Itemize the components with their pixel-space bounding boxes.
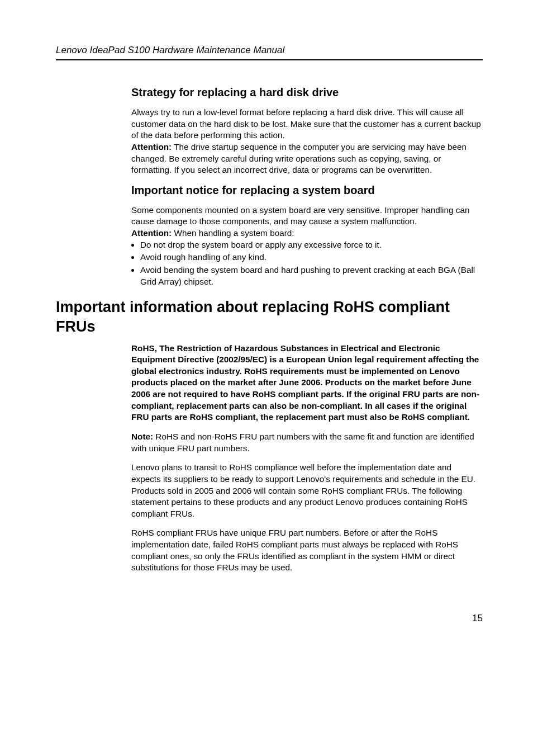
list-item: Avoid bending the system board and hard … — [140, 264, 483, 287]
hdd-p1-text: Always try to run a low-level format bef… — [131, 107, 481, 140]
rohs-note-text: RoHS and non-RoHS FRU part numbers with … — [131, 432, 474, 453]
hdd-attention-label: Attention: — [131, 142, 172, 152]
rohs-main-heading: Important information about replacing Ro… — [56, 297, 483, 337]
rohs-p3: Lenovo plans to transit to RoHS complian… — [131, 462, 483, 519]
page-header: Lenovo IdeaPad S100 Hardware Maintenance… — [56, 45, 483, 60]
list-item: Avoid rough handling of any kind. — [140, 252, 483, 263]
sysboard-p1-text: Some components mounted on a system boar… — [131, 205, 469, 226]
sysboard-heading: Important notice for replacing a system … — [131, 184, 483, 197]
hdd-strategy-para: Always try to run a low-level format bef… — [131, 107, 483, 176]
rohs-bold-para: RoHS, The Restriction of Hazardous Subst… — [131, 343, 483, 423]
rohs-bold-text: RoHS, The Restriction of Hazardous Subst… — [131, 343, 479, 422]
list-item: Do not drop the system board or apply an… — [140, 239, 483, 251]
sysboard-attention-text: When handling a system board: — [172, 228, 294, 238]
page-number: 15 — [56, 613, 483, 624]
sysboard-bullets: Do not drop the system board or apply an… — [131, 239, 483, 288]
rohs-note-label: Note: — [131, 432, 153, 441]
rohs-p4: RoHS compliant FRUs have unique FRU part… — [131, 527, 483, 574]
rohs-note-para: Note: RoHS and non-RoHS FRU part numbers… — [131, 431, 483, 454]
sysboard-attention-label: Attention: — [131, 228, 172, 238]
hdd-strategy-heading: Strategy for replacing a hard disk drive — [131, 86, 483, 99]
hdd-attention-text: The drive startup sequence in the comput… — [131, 142, 467, 174]
sysboard-para: Some components mounted on a system boar… — [131, 205, 483, 239]
